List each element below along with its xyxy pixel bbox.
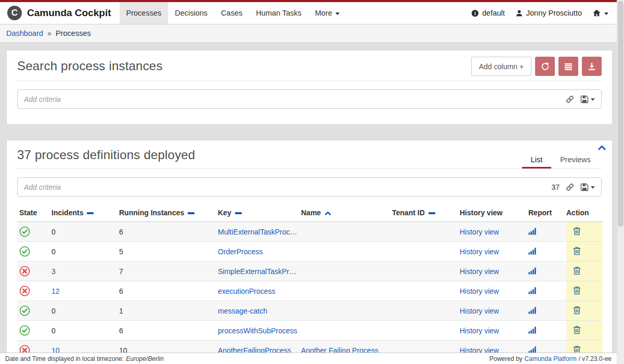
column-header-tenant-id[interactable]: Tenant ID <box>392 204 460 222</box>
report-button[interactable] <box>528 326 536 334</box>
column-label: Incidents <box>51 209 83 217</box>
report-button[interactable] <box>528 267 536 275</box>
tenant-id-cell <box>392 281 460 301</box>
save-search-button[interactable] <box>580 183 595 191</box>
running-instances-cell: 5 <box>119 242 218 262</box>
history-view-link[interactable]: History view <box>460 327 499 335</box>
delete-definition-button[interactable] <box>573 266 581 275</box>
report-cell <box>528 222 566 242</box>
nav-item-more[interactable]: More <box>308 2 346 24</box>
process-key-link[interactable]: message-catch <box>218 307 267 315</box>
refresh-share-button[interactable] <box>535 57 555 76</box>
trash-icon <box>573 227 581 236</box>
state-error-icon <box>19 266 30 277</box>
column-header-action: Action <box>566 204 603 222</box>
report-button[interactable] <box>528 247 536 255</box>
brand: C Camunda Cockpit <box>7 2 111 24</box>
incidents-count-link[interactable]: 3 <box>51 267 56 276</box>
key-cell: executionProcess <box>218 281 301 301</box>
name-cell <box>301 242 392 262</box>
history-view-link[interactable]: History view <box>460 267 499 276</box>
remove-sort-icon[interactable] <box>87 212 94 214</box>
chevron-down-icon <box>604 12 608 15</box>
process-definition-row: 01message-catchHistory view <box>17 301 603 321</box>
history-view-link[interactable]: History view <box>460 228 499 236</box>
app-title: Camunda Cockpit <box>27 7 111 19</box>
history-view-link[interactable]: History view <box>460 248 499 256</box>
nav-item-human-tasks[interactable]: Human Tasks <box>249 2 308 24</box>
report-button[interactable] <box>528 227 536 235</box>
process-definition-row: 06processWithSubProcessHistory view <box>17 321 603 341</box>
camunda-platform-link[interactable]: Camunda Platform <box>525 355 577 362</box>
tenant-id-cell <box>392 242 460 262</box>
remove-sort-icon[interactable] <box>188 212 194 214</box>
tab-list[interactable]: List <box>522 152 552 168</box>
nav-item-label: Cases <box>221 9 242 17</box>
remove-sort-icon[interactable] <box>428 212 435 214</box>
column-header-key[interactable]: Key <box>218 204 301 222</box>
delete-definition-button[interactable] <box>573 246 581 255</box>
nav-item-cases[interactable]: Cases <box>214 2 249 24</box>
search-toolbar: Add column + <box>471 57 602 76</box>
apps-home-menu[interactable] <box>592 9 608 17</box>
process-definition-row: 37SimpleExternalTaskProc...History view <box>17 262 603 281</box>
delete-definition-button[interactable] <box>573 227 581 236</box>
user-menu[interactable]: Jonny Prosciutto <box>515 9 582 17</box>
process-key-link[interactable]: SimpleExternalTaskProc... <box>218 267 301 276</box>
collapse-panel-button[interactable] <box>598 145 606 150</box>
view-tabs: ListPreviews <box>522 152 600 168</box>
breadcrumb-dashboard-link[interactable]: Dashboard <box>6 29 43 37</box>
breadcrumb-current: Processes <box>56 29 91 37</box>
report-cell <box>528 281 566 301</box>
remove-sort-icon[interactable] <box>235 212 242 214</box>
page-scrollbar <box>617 0 624 364</box>
scrollbar-thumb[interactable] <box>618 1 623 227</box>
add-column-button[interactable]: Add column + <box>471 57 531 76</box>
user-icon <box>515 9 523 17</box>
nav-item-processes[interactable]: Processes <box>120 2 168 24</box>
process-key-link[interactable]: OrderProcess <box>218 248 263 256</box>
nav-item-decisions[interactable]: Decisions <box>168 2 214 24</box>
action-cell <box>566 242 603 262</box>
list-view-button[interactable] <box>558 57 578 76</box>
engine-selector[interactable]: i default <box>471 9 505 17</box>
column-header-name[interactable]: Name <box>301 204 392 222</box>
report-chart-icon <box>528 227 536 235</box>
running-instances-count: 6 <box>119 327 123 335</box>
history-view-link[interactable]: History view <box>460 307 499 315</box>
definitions-criteria-input[interactable]: Add criteria 37 <box>17 177 602 197</box>
trash-icon <box>573 286 581 295</box>
delete-definition-button[interactable] <box>573 326 581 334</box>
incidents-cell: 12 <box>51 281 119 301</box>
timezone-label: Date and Time displayed in local timezon… <box>5 355 124 362</box>
state-ok-icon <box>19 325 30 336</box>
delete-definition-button[interactable] <box>573 286 581 295</box>
process-key-link[interactable]: processWithSubProcess <box>218 327 297 335</box>
process-key-link[interactable]: MultiExternalTaskProcess <box>218 228 301 236</box>
delete-definition-button[interactable] <box>573 306 581 315</box>
download-button[interactable] <box>582 57 602 76</box>
sort-ascending-icon[interactable] <box>324 211 331 216</box>
nav-item-label: More <box>315 9 332 17</box>
search-criteria-input[interactable]: Add criteria <box>17 89 602 109</box>
history-view-link[interactable]: History view <box>460 287 499 295</box>
column-label: Name <box>301 209 321 217</box>
column-header-state: State <box>17 204 51 222</box>
copy-link-button[interactable] <box>566 95 574 103</box>
save-search-button[interactable] <box>580 95 595 103</box>
page: C Camunda Cockpit ProcessesDecisionsCase… <box>0 0 617 364</box>
history-view-cell: History view <box>460 321 528 341</box>
process-key-link[interactable]: executionProcess <box>218 287 276 295</box>
report-cell <box>528 321 566 341</box>
tab-previews[interactable]: Previews <box>551 152 600 168</box>
column-header-incidents[interactable]: Incidents <box>51 204 119 222</box>
incidents-count-link[interactable]: 12 <box>51 287 60 295</box>
copy-link-button[interactable] <box>566 183 574 191</box>
save-icon <box>580 183 589 191</box>
column-header-running-instances[interactable]: Running Instances <box>119 204 218 222</box>
running-instances-count: 6 <box>119 228 123 236</box>
incidents-count: 0 <box>51 228 56 236</box>
report-button[interactable] <box>528 306 536 314</box>
report-button[interactable] <box>528 287 536 294</box>
history-view-cell: History view <box>460 262 528 281</box>
